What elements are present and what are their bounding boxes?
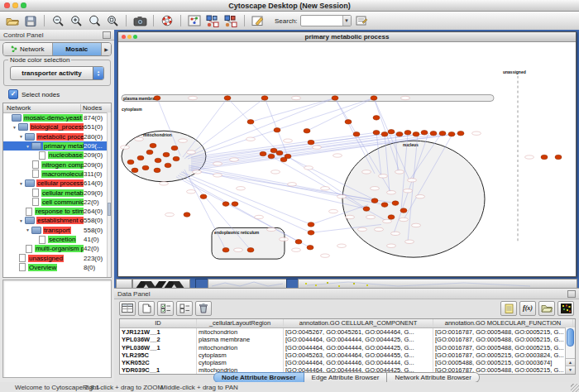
resize-grip[interactable]: [571, 384, 579, 392]
graph-node[interactable]: [345, 120, 352, 125]
help-lifering-button[interactable]: [159, 13, 175, 28]
graph-node[interactable]: [260, 151, 266, 156]
network-window-titlebar[interactable]: primary metabolic process: [118, 32, 576, 42]
graph-node[interactable]: [304, 128, 310, 133]
graph-node[interactable]: [142, 165, 149, 170]
node-color-dropdown[interactable]: transporter activity ▲▼: [10, 66, 104, 80]
create-attribute-button[interactable]: [138, 301, 155, 316]
column-header[interactable]: ID: [120, 319, 197, 327]
graph-node[interactable]: [332, 96, 338, 101]
formula-builder-button[interactable]: f(x): [519, 301, 536, 316]
tree-row[interactable]: nucleobase-209(0): [3, 151, 111, 160]
graph-node[interactable]: [373, 130, 380, 135]
save-session-button[interactable]: [22, 13, 39, 28]
apply-layout-2-button[interactable]: [223, 13, 239, 28]
tree-row[interactable]: ▼transport558(0): [3, 226, 111, 235]
graph-node[interactable]: [247, 120, 254, 125]
graph-node[interactable]: [430, 131, 437, 136]
graph-node[interactable]: [400, 208, 407, 213]
search-text-input[interactable]: [301, 17, 342, 25]
graph-node[interactable]: [137, 155, 144, 160]
tree-row[interactable]: mosaic-demo-yeast874(0): [3, 113, 111, 122]
attribute-notes-button[interactable]: [500, 301, 517, 316]
graph-node[interactable]: [200, 194, 207, 199]
snapshot-camera-button[interactable]: [132, 13, 148, 28]
graph-node[interactable]: [541, 155, 548, 160]
graph-node[interactable]: [232, 202, 238, 207]
graph-node[interactable]: [146, 150, 153, 155]
graph-node[interactable]: [381, 203, 388, 208]
graph-node[interactable]: [308, 140, 314, 145]
graph-node[interactable]: [404, 130, 411, 135]
column-header[interactable]: _cellularLayoutRegion: [197, 319, 284, 327]
search-input[interactable]: ▼: [300, 15, 352, 26]
graph-node[interactable]: [307, 245, 313, 250]
expander-icon[interactable]: ▼: [19, 181, 25, 186]
graph-node[interactable]: [184, 213, 190, 218]
graph-node[interactable]: [363, 207, 370, 212]
tree-row[interactable]: ▼cellular process614(0): [3, 179, 111, 188]
tree-scrollbar-thumb[interactable]: [108, 203, 111, 216]
tree-row[interactable]: ▼biological_process651(0): [3, 122, 111, 131]
graph-node[interactable]: [163, 152, 170, 157]
graph-node[interactable]: [127, 160, 134, 165]
graph-node[interactable]: [371, 198, 378, 203]
select-nodes-checkbox[interactable]: ✓: [8, 89, 18, 99]
tree-row[interactable]: ▼establishment of lo558(0): [3, 216, 111, 225]
graph-node[interactable]: [165, 163, 171, 168]
graph-node[interactable]: [439, 131, 446, 136]
attribute-matrix-button[interactable]: [557, 301, 574, 316]
graph-node[interactable]: [261, 96, 268, 101]
tree-row[interactable]: nitrogen compo209(0): [3, 160, 111, 169]
tree-scrollbar[interactable]: [107, 112, 111, 277]
tree-row[interactable]: cell communicat22(0): [3, 198, 111, 207]
graph-node[interactable]: [268, 154, 275, 159]
graph-node[interactable]: [247, 247, 254, 252]
tree-row[interactable]: ▼primary metabo209(...: [3, 141, 111, 151]
tree-row[interactable]: response to stimulu264(0): [3, 207, 111, 216]
column-header[interactable]: annotation.GO MOLECULAR_FUNCTION: [433, 319, 573, 327]
graph-node[interactable]: [381, 131, 388, 136]
expander-icon[interactable]: ▼: [19, 218, 25, 223]
attribute-table-button[interactable]: [119, 301, 136, 316]
graph-node[interactable]: [308, 231, 314, 236]
float-panel-icon[interactable]: [103, 31, 111, 39]
table-row[interactable]: YPL036W__1mitochondrion[GO:0044464, GO:0…: [120, 344, 575, 351]
table-row[interactable]: YPL036W__2plasma membrane[GO:0044464, GO…: [120, 336, 575, 343]
tree-row[interactable]: unassigned223(0): [3, 253, 111, 262]
tree-row[interactable]: secretion41(0): [3, 235, 111, 244]
column-header[interactable]: annotation.GO CELLULAR_COMPONENT: [284, 319, 433, 327]
expander-icon[interactable]: ▼: [19, 134, 25, 139]
network-view-window[interactable]: primary metabolic process plasma membran…: [117, 31, 577, 277]
tab-overflow-icon[interactable]: ▶: [102, 43, 111, 55]
table-row[interactable]: YJR121W__1mitochondrion[GO:0045267, GO:0…: [120, 328, 575, 336]
graph-node[interactable]: [353, 131, 360, 136]
tree-row[interactable]: multi-organism pro42(0): [3, 244, 111, 253]
tree-row[interactable]: cellular metabo209(0): [3, 188, 111, 197]
search-dropdown-icon[interactable]: ▼: [342, 16, 351, 26]
zoom-out-button[interactable]: [50, 13, 66, 28]
import-attributes-button[interactable]: [538, 301, 555, 316]
expander-icon[interactable]: ▼: [26, 227, 31, 232]
tab-mosaic[interactable]: Mosaic: [53, 43, 103, 55]
table-scrollbar-thumb[interactable]: [567, 328, 574, 347]
delete-attribute-button[interactable]: [195, 301, 212, 316]
graph-node[interactable]: [413, 131, 419, 136]
annotation-tool-button[interactable]: [250, 13, 266, 28]
graph-node[interactable]: [295, 240, 302, 245]
network-graph[interactable]: plasma membranecytoplasmmitochondrionnuc…: [118, 42, 576, 276]
table-row[interactable]: YLR295Ccytoplasm[GO:0045263, GO:0044464,…: [120, 351, 575, 359]
graph-node[interactable]: [373, 116, 380, 121]
table-scrollbar[interactable]: ▲ ▼: [565, 327, 575, 374]
tree-column-nodes[interactable]: Nodes: [80, 104, 111, 112]
graph-node[interactable]: [224, 96, 231, 101]
graph-node[interactable]: [270, 148, 277, 153]
graph-node[interactable]: [448, 131, 455, 136]
select-attributes-button[interactable]: [157, 301, 174, 316]
tab-network[interactable]: Network: [3, 43, 53, 55]
network-preferences-button[interactable]: [186, 13, 203, 28]
expander-icon[interactable]: ▼: [26, 144, 31, 149]
graph-node[interactable]: [388, 215, 395, 220]
graph-node[interactable]: [154, 96, 160, 101]
graph-node[interactable]: [171, 146, 178, 151]
